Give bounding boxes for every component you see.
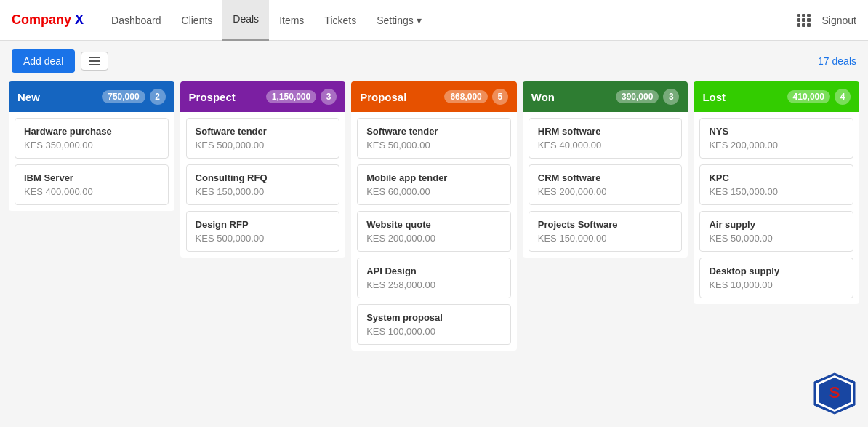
deal-title-lost-0: NYS xyxy=(709,126,844,137)
deal-card-lost-2[interactable]: Air supplyKES 50,000.00 xyxy=(699,211,853,252)
list-view-icon xyxy=(89,57,100,65)
deal-title-lost-1: KPC xyxy=(709,172,844,183)
deal-amount-prospect-0: KES 500,000.00 xyxy=(196,140,331,151)
deal-card-proposal-3[interactable]: API DesignKES 258,000.00 xyxy=(357,258,511,298)
col-amount-prospect: 1,150,000 xyxy=(266,90,316,103)
deal-card-prospect-2[interactable]: Design RFPKES 500,000.00 xyxy=(186,211,340,252)
deal-card-new-0[interactable]: Hardware purchaseKES 350,000.00 xyxy=(15,118,169,159)
col-header-prospect: Prospect1,150,0003 xyxy=(180,81,346,112)
column-won: Won390,0003HRM softwareKES 40,000.00CRM … xyxy=(523,81,688,258)
list-view-button[interactable] xyxy=(81,52,108,71)
deal-title-new-0: Hardware purchase xyxy=(24,126,159,137)
col-count-prospect: 3 xyxy=(321,89,337,105)
deals-board: New750,0002Hardware purchaseKES 350,000.… xyxy=(0,81,868,362)
navbar: Company X DashboardClientsDealsItemsTick… xyxy=(0,0,868,41)
col-amount-won: 390,000 xyxy=(616,90,659,103)
col-count-proposal: 5 xyxy=(492,89,508,105)
deal-card-prospect-0[interactable]: Software tenderKES 500,000.00 xyxy=(186,118,340,159)
brand-logo[interactable]: Company X xyxy=(12,12,84,28)
nav-link-tickets[interactable]: Tickets xyxy=(314,0,366,41)
col-header-won: Won390,0003 xyxy=(523,81,688,112)
deal-title-proposal-3: API Design xyxy=(366,266,502,276)
deal-amount-lost-2: KES 50,000.00 xyxy=(709,233,844,244)
deal-title-prospect-1: Consulting RFQ xyxy=(196,172,331,183)
column-new: New750,0002Hardware purchaseKES 350,000.… xyxy=(9,81,174,211)
deals-count: 17 deals xyxy=(818,55,856,67)
toolbar-left: Add deal xyxy=(12,49,108,73)
deal-amount-proposal-2: KES 200,000.00 xyxy=(366,233,502,244)
deal-title-prospect-0: Software tender xyxy=(196,126,331,137)
nav-right: Signout xyxy=(797,14,856,27)
toolbar: Add deal 17 deals xyxy=(0,41,868,81)
nav-link-deals[interactable]: Deals xyxy=(222,0,269,41)
deal-amount-proposal-1: KES 60,000.00 xyxy=(366,186,502,197)
deal-amount-proposal-4: KES 100,000.00 xyxy=(366,326,502,337)
col-amount-new: 750,000 xyxy=(102,90,145,103)
nav-link-items[interactable]: Items xyxy=(269,0,314,41)
deal-card-new-1[interactable]: IBM ServerKES 400,000.00 xyxy=(15,164,169,205)
deal-amount-proposal-3: KES 258,000.00 xyxy=(366,279,502,290)
deal-card-proposal-2[interactable]: Website quoteKES 200,000.00 xyxy=(357,211,511,252)
col-title-prospect: Prospect xyxy=(189,91,266,103)
col-title-won: Won xyxy=(531,91,616,103)
deal-card-lost-0[interactable]: NYSKES 200,000.00 xyxy=(699,118,853,159)
deal-amount-won-2: KES 150,000.00 xyxy=(538,233,673,244)
deal-title-new-1: IBM Server xyxy=(24,172,159,183)
nav-link-dashboard[interactable]: Dashboard xyxy=(101,0,172,41)
deal-card-lost-3[interactable]: Desktop supplyKES 10,000.00 xyxy=(699,258,853,298)
column-prospect: Prospect1,150,0003Software tenderKES 500… xyxy=(180,81,346,258)
deal-title-proposal-2: Website quote xyxy=(366,219,502,230)
column-proposal: Proposal668,0005Software tenderKES 50,00… xyxy=(351,81,517,351)
col-amount-proposal: 668,000 xyxy=(444,90,487,103)
signout-link[interactable]: Signout xyxy=(822,15,856,26)
deal-card-proposal-0[interactable]: Software tenderKES 50,000.00 xyxy=(357,118,511,159)
col-title-lost: Lost xyxy=(702,91,787,103)
deal-card-won-2[interactable]: Projects SoftwareKES 150,000.00 xyxy=(529,211,683,252)
col-header-proposal: Proposal668,0005 xyxy=(351,81,517,112)
col-header-lost: Lost410,0004 xyxy=(694,81,859,112)
deal-title-won-0: HRM software xyxy=(538,126,673,137)
deal-title-won-2: Projects Software xyxy=(538,219,673,230)
deal-title-proposal-4: System proposal xyxy=(366,312,502,323)
deal-title-lost-3: Desktop supply xyxy=(709,266,844,276)
apps-icon[interactable] xyxy=(797,14,811,27)
deal-card-won-0[interactable]: HRM softwareKES 40,000.00 xyxy=(529,118,683,159)
nav-link-clients[interactable]: Clients xyxy=(172,0,223,41)
deal-amount-new-1: KES 400,000.00 xyxy=(24,186,159,197)
add-deal-button[interactable]: Add deal xyxy=(12,49,75,73)
brand-name-part2: X xyxy=(75,12,84,27)
deal-card-proposal-4[interactable]: System proposalKES 100,000.00 xyxy=(357,304,511,345)
nav-links: DashboardClientsDealsItemsTicketsSetting… xyxy=(101,0,797,41)
deal-amount-lost-0: KES 200,000.00 xyxy=(709,140,844,151)
deal-amount-won-0: KES 40,000.00 xyxy=(538,140,673,151)
deal-amount-won-1: KES 200,000.00 xyxy=(538,186,673,197)
deal-amount-lost-3: KES 10,000.00 xyxy=(709,279,844,290)
deal-title-won-1: CRM software xyxy=(538,172,673,183)
deal-card-proposal-1[interactable]: Mobile app tenderKES 60,000.00 xyxy=(357,164,511,205)
col-title-proposal: Proposal xyxy=(360,91,444,103)
col-count-won: 3 xyxy=(663,89,679,105)
deal-amount-lost-1: KES 150,000.00 xyxy=(709,186,844,197)
deal-title-proposal-1: Mobile app tender xyxy=(366,172,502,183)
column-lost: Lost410,0004NYSKES 200,000.00KPCKES 150,… xyxy=(694,81,859,304)
deal-amount-prospect-2: KES 500,000.00 xyxy=(196,233,331,244)
col-count-lost: 4 xyxy=(835,89,851,105)
deal-card-lost-1[interactable]: KPCKES 150,000.00 xyxy=(699,164,853,205)
deal-card-prospect-1[interactable]: Consulting RFQKES 150,000.00 xyxy=(186,164,340,205)
col-amount-lost: 410,000 xyxy=(787,90,830,103)
deal-title-proposal-0: Software tender xyxy=(366,126,502,137)
col-header-new: New750,0002 xyxy=(9,81,174,112)
deal-title-lost-2: Air supply xyxy=(709,219,844,230)
deal-title-prospect-2: Design RFP xyxy=(196,219,331,230)
deal-amount-proposal-0: KES 50,000.00 xyxy=(366,140,502,151)
deal-amount-new-0: KES 350,000.00 xyxy=(24,140,159,151)
col-title-new: New xyxy=(17,91,102,103)
nav-link-settings[interactable]: Settings ▾ xyxy=(366,0,431,41)
brand-name-part1: Company xyxy=(12,12,75,27)
col-count-new: 2 xyxy=(150,89,166,105)
deal-amount-prospect-1: KES 150,000.00 xyxy=(196,186,331,197)
deal-card-won-1[interactable]: CRM softwareKES 200,000.00 xyxy=(529,164,683,205)
